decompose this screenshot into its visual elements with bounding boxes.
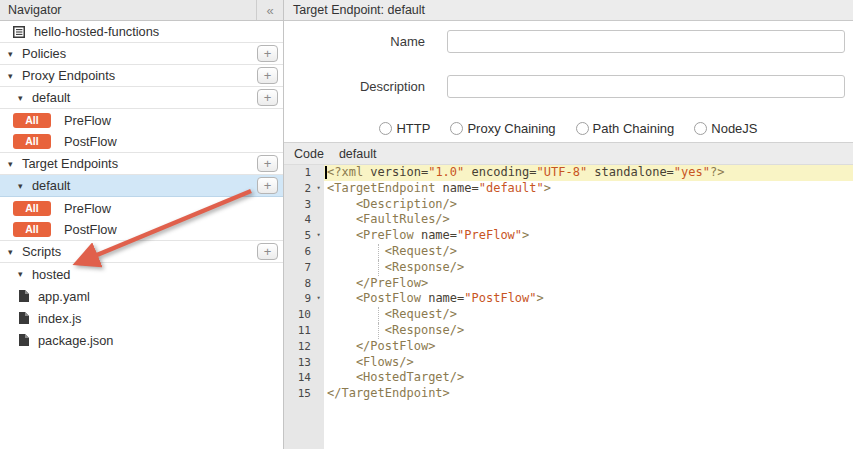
xml-code-editor[interactable]: 1<?xml version="1.0" encoding="UTF-8" st… xyxy=(284,165,853,449)
code-line[interactable]: 6 <Request/> xyxy=(284,244,853,260)
sidebar-item-label: package.json xyxy=(38,333,113,348)
code-line[interactable]: 13 <Flows/> xyxy=(284,355,853,371)
code-line[interactable]: 8 </PreFlow> xyxy=(284,276,853,292)
radio-proxy-chaining[interactable]: Proxy Chaining xyxy=(450,121,555,136)
fold-gutter-spacer xyxy=(313,244,324,260)
sidebar-section-policies[interactable]: ▾Policies+ xyxy=(0,43,283,65)
caret-down-icon[interactable]: ▾ xyxy=(18,181,32,191)
sidebar-item-hello-hosted-functions[interactable]: hello-hosted-functions xyxy=(0,21,283,43)
indent-guide xyxy=(378,260,379,276)
code-text: <HostedTarget/> xyxy=(324,370,853,386)
description-field[interactable] xyxy=(447,75,845,98)
sidebar-item-label: default xyxy=(32,90,70,105)
caret-down-icon[interactable]: ▾ xyxy=(18,269,32,279)
sidebar-section-scripts[interactable]: ▾Scripts+ xyxy=(0,241,283,263)
name-label: Name xyxy=(284,34,425,49)
add-button[interactable]: + xyxy=(257,89,278,106)
fold-toggle-icon[interactable]: ▾ xyxy=(313,291,324,307)
code-text: <?xml version="1.0" encoding="UTF-8" sta… xyxy=(324,165,853,181)
add-button[interactable]: + xyxy=(257,177,278,194)
code-line[interactable]: 2▾<TargetEndpoint name="default"> xyxy=(284,181,853,197)
radio-path-chaining[interactable]: Path Chaining xyxy=(576,121,675,136)
sidebar-item-postflow[interactable]: AllPostFlow xyxy=(0,131,283,153)
sidebar-item-postflow[interactable]: AllPostFlow xyxy=(0,219,283,241)
caret-down-icon[interactable]: ▾ xyxy=(8,49,22,59)
radio-http[interactable]: HTTP xyxy=(379,121,430,136)
code-line[interactable]: 5▾ <PreFlow name="PreFlow"> xyxy=(284,228,853,244)
panel-header: Target Endpoint: default xyxy=(284,0,853,21)
sidebar-item-label: app.yaml xyxy=(38,289,90,304)
code-line[interactable]: 3 <Description/> xyxy=(284,197,853,213)
line-number: 13 xyxy=(284,355,313,371)
file-icon xyxy=(19,312,29,324)
all-conditions-badge: All xyxy=(13,113,51,128)
sidebar-item-label: Scripts xyxy=(22,244,61,259)
sidebar-item-default[interactable]: ▾default+ xyxy=(0,175,283,197)
radio-circle-icon[interactable] xyxy=(576,122,589,135)
fold-gutter-spacer xyxy=(313,355,324,371)
all-conditions-badge: All xyxy=(13,201,51,216)
sidebar-item-label: Target Endpoints xyxy=(22,156,118,171)
fold-gutter-spacer xyxy=(313,370,324,386)
sidebar-item-preflow[interactable]: AllPreFlow xyxy=(0,109,283,131)
radio-label: NodeJS xyxy=(711,121,757,136)
sidebar-item-hosted[interactable]: ▾hosted xyxy=(0,263,283,285)
sidebar-item-label: index.js xyxy=(38,311,81,326)
panel-title: Target Endpoint: default xyxy=(293,3,425,17)
code-line[interactable]: 14 <HostedTarget/> xyxy=(284,370,853,386)
description-label: Description xyxy=(284,79,425,94)
sidebar-item-index-js[interactable]: index.js xyxy=(0,307,283,329)
file-icon xyxy=(19,334,29,346)
code-line[interactable]: 9▾ <PostFlow name="PostFlow"> xyxy=(284,291,853,307)
indent-guide xyxy=(378,323,379,339)
sidebar-section-target-endpoints[interactable]: ▾Target Endpoints+ xyxy=(0,153,283,175)
code-line[interactable]: 7 <Response/> xyxy=(284,260,853,276)
radio-circle-icon[interactable] xyxy=(379,122,392,135)
line-number: 9 xyxy=(284,291,313,307)
code-text: </PostFlow> xyxy=(324,339,853,355)
line-number: 1 xyxy=(284,165,313,181)
add-button[interactable]: + xyxy=(257,243,278,260)
caret-down-icon[interactable]: ▾ xyxy=(18,93,32,103)
sidebar-item-preflow[interactable]: AllPreFlow xyxy=(0,197,283,219)
caret-down-icon[interactable]: ▾ xyxy=(8,159,22,169)
code-line[interactable]: 1<?xml version="1.0" encoding="UTF-8" st… xyxy=(284,165,853,181)
sidebar-item-label: PostFlow xyxy=(64,134,117,149)
name-row: Name xyxy=(284,29,845,54)
code-line[interactable]: 10 <Request/> xyxy=(284,307,853,323)
endpoint-form: NameDescription HTTPProxy ChainingPath C… xyxy=(284,21,853,142)
radio-nodejs[interactable]: NodeJS xyxy=(694,121,757,136)
code-line[interactable]: 4 <FaultRules/> xyxy=(284,212,853,228)
code-text: </PreFlow> xyxy=(324,276,853,292)
fold-gutter-spacer xyxy=(313,386,324,402)
sidebar-item-package-json[interactable]: package.json xyxy=(0,329,283,351)
caret-down-icon[interactable]: ▾ xyxy=(8,247,22,257)
sidebar-item-default[interactable]: ▾default+ xyxy=(0,87,283,109)
radio-circle-icon[interactable] xyxy=(450,122,463,135)
add-button[interactable]: + xyxy=(257,67,278,84)
description-row: Description xyxy=(284,74,845,99)
sidebar-item-label: PreFlow xyxy=(64,113,111,128)
sidebar-item-app-yaml[interactable]: app.yaml xyxy=(0,285,283,307)
code-text: <PreFlow name="PreFlow"> xyxy=(324,228,853,244)
sidebar-section-proxy-endpoints[interactable]: ▾Proxy Endpoints+ xyxy=(0,65,283,87)
code-text: <Response/> xyxy=(324,323,853,339)
line-number: 15 xyxy=(284,386,313,402)
fold-toggle-icon[interactable]: ▾ xyxy=(313,228,324,244)
code-text: <Flows/> xyxy=(324,355,853,371)
navigator-sidebar: Navigator « hello-hosted-functions▾Polic… xyxy=(0,0,284,449)
caret-down-icon[interactable]: ▾ xyxy=(8,71,22,81)
code-line[interactable]: 11 <Response/> xyxy=(284,323,853,339)
line-number: 2 xyxy=(284,181,313,197)
radio-circle-icon[interactable] xyxy=(694,122,707,135)
code-line[interactable]: 12 </PostFlow> xyxy=(284,339,853,355)
code-tab-default[interactable]: default xyxy=(339,147,377,161)
line-number: 8 xyxy=(284,276,313,292)
apigee-proxy-editor: Navigator « hello-hosted-functions▾Polic… xyxy=(0,0,853,449)
name-field[interactable] xyxy=(447,30,845,53)
add-button[interactable]: + xyxy=(257,155,278,172)
add-button[interactable]: + xyxy=(257,45,278,62)
fold-toggle-icon[interactable]: ▾ xyxy=(313,181,324,197)
code-line[interactable]: 15</TargetEndpoint> xyxy=(284,386,853,402)
collapse-sidebar-icon[interactable]: « xyxy=(256,0,283,20)
